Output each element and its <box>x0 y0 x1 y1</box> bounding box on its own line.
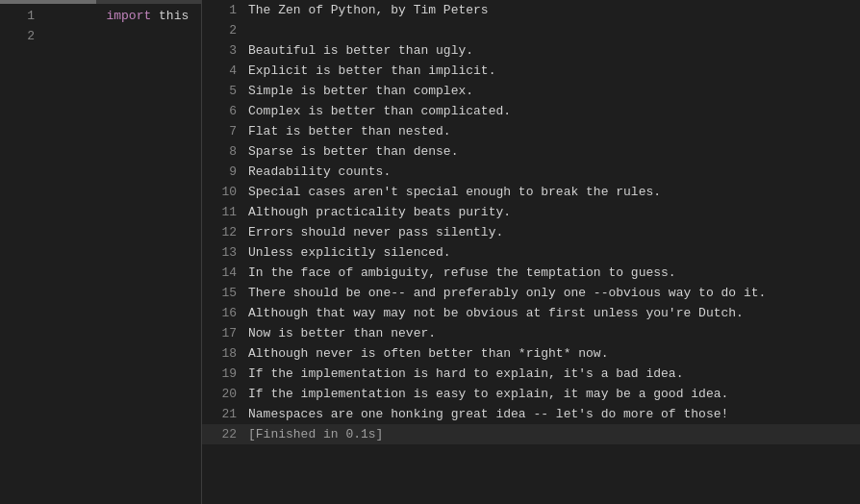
output-line-number-16: 16 <box>210 306 237 320</box>
output-text-16: Although that way may not be obvious at … <box>248 306 744 320</box>
output-line-14: 14In the face of ambiguity, refuse the t… <box>202 263 860 283</box>
output-text-4: Explicit is better than implicit. <box>248 63 495 78</box>
output-line-number-12: 12 <box>210 225 237 239</box>
output-line-number-14: 14 <box>210 265 237 280</box>
output-line-number-7: 7 <box>210 124 237 139</box>
output-line-22: 22[Finished in 0.1s] <box>202 424 860 444</box>
output-line-11: 11Although practicality beats purity. <box>202 202 860 222</box>
output-line-number-21: 21 <box>210 407 237 421</box>
output-line-10: 10Special cases aren't special enough to… <box>202 182 860 202</box>
output-line-17: 17Now is better than never. <box>202 323 860 343</box>
right-panel: 1The Zen of Python, by Tim Peters23Beaut… <box>202 0 860 504</box>
output-line-number-20: 20 <box>210 387 237 401</box>
output-line-number-19: 19 <box>210 366 237 381</box>
output-line-21: 21Namespaces are one honking great idea … <box>202 404 860 424</box>
output-text-13: Unless explicitly silenced. <box>248 245 451 260</box>
output-line-5: 5Simple is better than complex. <box>202 81 860 101</box>
output-line-12: 12Errors should never pass silently. <box>202 222 860 242</box>
output-line-2: 2 <box>202 20 860 40</box>
output-text-7: Flat is better than nested. <box>248 124 451 139</box>
output-line-4: 4Explicit is better than implicit. <box>202 61 860 81</box>
output-line-number-6: 6 <box>210 104 237 118</box>
output-line-number-15: 15 <box>210 286 237 300</box>
left-panel: 1 import this 2 <box>0 0 202 504</box>
output-line-number-17: 17 <box>210 326 237 340</box>
output-text-10: Special cases aren't special enough to b… <box>248 185 661 199</box>
output-text-19: If the implementation is hard to explain… <box>248 366 683 381</box>
output-text-5: Simple is better than complex. <box>248 84 473 98</box>
output-line-number-11: 11 <box>210 205 237 219</box>
output-text-21: Namespaces are one honking great idea --… <box>248 407 728 421</box>
output-text-12: Errors should never pass silently. <box>248 225 503 239</box>
output-line-15: 15There should be one-- and preferably o… <box>202 283 860 303</box>
output-text-14: In the face of ambiguity, refuse the tem… <box>248 265 676 280</box>
output-line-number-2: 2 <box>210 23 237 38</box>
output-text-15: There should be one-- and preferably onl… <box>248 286 766 300</box>
line-number-1: 1 <box>8 9 35 23</box>
output-text-18: Although never is often better than *rig… <box>248 346 608 361</box>
output-line-number-13: 13 <box>210 245 237 260</box>
output-line-8: 8Sparse is better than dense. <box>202 141 860 162</box>
output-text-17: Now is better than never. <box>248 326 436 340</box>
output-line-20: 20If the implementation is easy to expla… <box>202 384 860 404</box>
output-line-19: 19If the implementation is hard to expla… <box>202 364 860 384</box>
output-line-number-8: 8 <box>210 144 237 159</box>
output-line-number-10: 10 <box>210 185 237 199</box>
output-line-1: 1The Zen of Python, by Tim Peters <box>202 0 860 20</box>
output-line-number-22: 22 <box>210 427 237 441</box>
output-line-number-9: 9 <box>210 164 237 179</box>
output-line-number-5: 5 <box>210 84 237 98</box>
code-line-1: 1 import this <box>0 6 201 26</box>
module-this: this <box>151 9 189 23</box>
output-text-6: Complex is better than complicated. <box>248 104 511 118</box>
output-line-number-1: 1 <box>210 3 237 17</box>
output-line-18: 18Although never is often better than *r… <box>202 343 860 364</box>
output-line-number-4: 4 <box>210 63 237 78</box>
output-text-1: The Zen of Python, by Tim Peters <box>248 3 489 17</box>
output-line-6: 6Complex is better than complicated. <box>202 101 860 121</box>
output-text-22: [Finished in 0.1s] <box>248 427 383 441</box>
output-text-8: Sparse is better than dense. <box>248 144 458 159</box>
output-text-11: Although practicality beats purity. <box>248 205 511 219</box>
output-text-3: Beautiful is better than ugly. <box>248 43 473 58</box>
output-line-9: 9Readability counts. <box>202 162 860 182</box>
scrollbar-thumb[interactable] <box>0 0 96 4</box>
output-text-20: If the implementation is easy to explain… <box>248 387 728 401</box>
line-number-2: 2 <box>8 29 35 43</box>
output-line-3: 3Beautiful is better than ugly. <box>202 40 860 61</box>
keyword-import: import <box>106 9 151 23</box>
output-line-16: 16Although that way may not be obvious a… <box>202 303 860 323</box>
output-text-9: Readability counts. <box>248 164 391 179</box>
output-line-number-3: 3 <box>210 43 237 58</box>
output-line-13: 13Unless explicitly silenced. <box>202 242 860 263</box>
editor-container: 1 import this 2 1The Zen of Python, by T… <box>0 0 860 504</box>
code-content-1: import this <box>46 0 189 38</box>
output-line-7: 7Flat is better than nested. <box>202 121 860 141</box>
output-line-number-18: 18 <box>210 346 237 361</box>
scrollbar-track[interactable] <box>0 0 201 4</box>
